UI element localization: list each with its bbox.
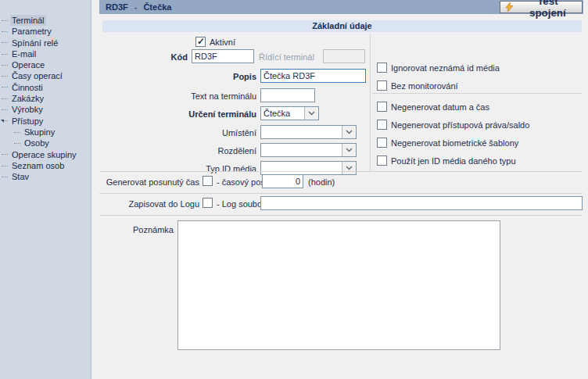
media-type-only-label: Použít jen ID média daného typu — [391, 156, 516, 166]
division-select[interactable] — [260, 143, 357, 157]
division-label: Rozdělení — [178, 146, 256, 156]
terminal-text-label: Text na terminálu — [178, 91, 256, 101]
location-select[interactable] — [260, 125, 357, 139]
sidebar-item-terminal[interactable]: Terminál — [0, 15, 91, 26]
media-type-select[interactable] — [260, 161, 357, 175]
lightning-icon — [505, 2, 514, 12]
code-label: Kód — [133, 52, 188, 62]
sidebar-item-stav[interactable]: Stav — [0, 171, 91, 182]
terminal-text-field[interactable] — [260, 88, 315, 102]
no-biometric-checkbox[interactable] — [377, 138, 387, 148]
section-title: Základní údaje — [102, 20, 582, 32]
chevron-down-icon[interactable] — [342, 162, 356, 174]
tree-connector — [2, 166, 8, 166]
column-divider — [370, 34, 371, 171]
chevron-down-icon[interactable] — [342, 144, 356, 156]
hours-label: (hodin) — [308, 177, 335, 187]
tree-connector — [2, 20, 8, 21]
note-textarea[interactable] — [177, 220, 500, 350]
tree-connector — [2, 98, 8, 99]
no-datetime-label: Negenerovat datum a čas — [391, 102, 489, 112]
sidebar-tree: Terminál Parametry Spínání relé E-mail O… — [0, 0, 91, 379]
time-shift-field[interactable] — [262, 174, 303, 188]
header-separator: - — [134, 2, 138, 12]
log-write-label: Zapisovat do Logu — [99, 199, 199, 209]
sidebar-item-vyrobky[interactable]: Výrobky — [0, 104, 91, 115]
sidebar-item-spinani-rele[interactable]: Spínání relé — [0, 38, 91, 48]
tree-connector — [2, 54, 8, 55]
media-type-only-checkbox[interactable] — [377, 156, 387, 166]
header-code: RD3F — [106, 2, 128, 12]
sidebar-item-zakazky[interactable]: Zakázky — [0, 93, 91, 104]
page-title: Čtečka — [143, 2, 171, 12]
ignore-unknown-media-checkbox[interactable] — [377, 63, 387, 73]
tree-connector — [2, 177, 8, 177]
ignore-unknown-media-label: Ignorovat neznámá id média — [391, 63, 500, 73]
section-divider — [99, 171, 583, 172]
section-divider — [99, 215, 583, 216]
active-label: Aktivní — [210, 38, 235, 47]
no-access-rights-checkbox[interactable] — [377, 120, 387, 130]
active-checkbox[interactable] — [195, 37, 206, 47]
section-divider — [99, 193, 583, 194]
sidebar-item-cinnosti[interactable]: Činnosti — [0, 82, 91, 93]
media-type-label: Typ ID média — [178, 164, 256, 173]
sidebar-item-parametry[interactable]: Parametry — [0, 26, 91, 37]
chevron-down-icon[interactable] — [342, 126, 356, 138]
code-field[interactable] — [192, 49, 254, 63]
chevron-down-icon[interactable] — [304, 107, 318, 120]
no-datetime-checkbox[interactable] — [377, 102, 387, 112]
sidebar-item-casy-operaci[interactable]: Časy operací — [0, 70, 91, 81]
tree-connector — [2, 109, 8, 110]
checkbox-group-divider — [372, 93, 582, 94]
tree-connector — [14, 132, 20, 133]
terminal-purpose-label: Určení terminálu — [178, 109, 256, 119]
tree-connector — [2, 154, 8, 155]
location-label: Umístění — [178, 128, 256, 138]
tree-connector — [2, 87, 8, 88]
sidebar-item-pristupy[interactable]: Přístupy — [0, 116, 91, 127]
sidebar-item-operace-skupiny[interactable]: Operace skupiny — [0, 149, 91, 160]
description-label: Popis — [202, 72, 256, 81]
shifted-time-checkbox[interactable] — [203, 176, 213, 186]
sidebar-item-seznam-osob[interactable]: Seznam osob — [0, 160, 91, 171]
no-access-rights-label: Negenerovat přístupová práva/saldo — [391, 120, 529, 130]
description-field[interactable] — [260, 69, 366, 83]
master-terminal-field — [323, 49, 365, 63]
terminal-purpose-select[interactable]: Čtečka — [260, 106, 319, 120]
log-file-field[interactable] — [260, 196, 583, 210]
no-monitoring-label: Bez monitorování — [391, 81, 458, 91]
log-write-checkbox[interactable] — [203, 198, 213, 208]
note-label: Poznámka — [119, 225, 174, 234]
tree-connector — [14, 143, 20, 144]
tree-connector — [2, 76, 8, 77]
sidebar-item-skupiny[interactable]: Skupiny — [0, 127, 91, 138]
no-biometric-label: Negenerovat biometrické šablony — [391, 138, 518, 148]
test-connection-button[interactable]: Test spojení — [500, 1, 583, 13]
tree-connector — [2, 31, 8, 32]
expand-arrow-icon[interactable] — [1, 120, 4, 123]
no-monitoring-checkbox[interactable] — [377, 80, 387, 91]
tree-connector — [2, 42, 8, 43]
app-window: Terminál Parametry Spínání relé E-mail O… — [0, 0, 588, 379]
master-terminal-label: Řídící terminál — [259, 52, 314, 62]
log-file-label: - Log soubor — [217, 199, 265, 209]
sidebar-item-osoby[interactable]: Osoby — [0, 138, 91, 148]
header-bar: RD3F - Čtečka Test spojení — [99, 0, 583, 14]
shifted-time-label: Generovat posunutý čas — [99, 177, 199, 187]
sidebar-item-e-mail[interactable]: E-mail — [0, 48, 91, 59]
tree-connector — [2, 65, 8, 66]
sidebar-item-operace[interactable]: Operace — [0, 59, 91, 70]
